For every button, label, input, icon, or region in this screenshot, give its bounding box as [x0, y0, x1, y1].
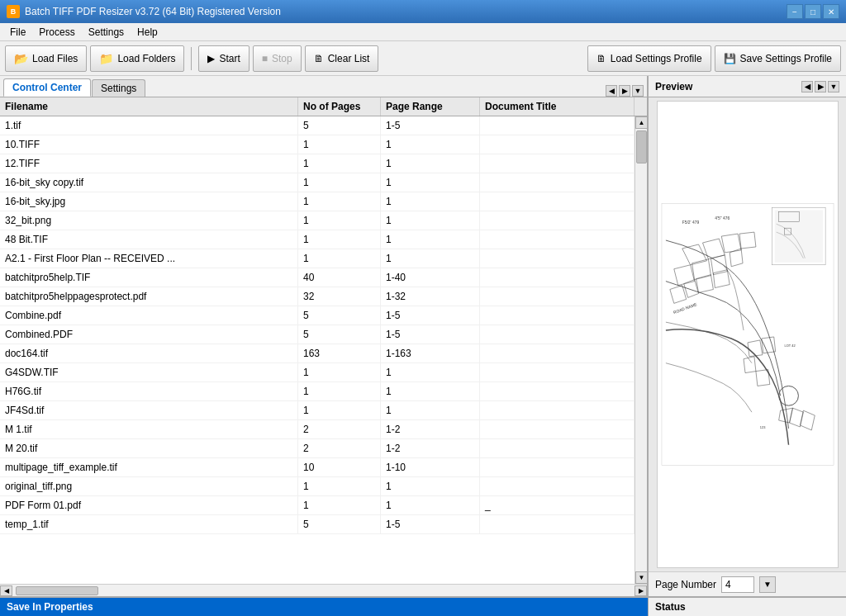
vertical-scrollbar[interactable]: ▲ ▼	[634, 116, 647, 584]
cell-filename: 10.TIFF	[0, 135, 298, 154]
preview-nav-left[interactable]: ◀	[801, 81, 813, 92]
hscroll-right-button[interactable]: ▶	[634, 585, 647, 596]
table-row[interactable]: 48 Bit.TIF 1 1	[0, 230, 634, 249]
cell-range: 1-2	[381, 420, 480, 438]
table-row[interactable]: 16-bit_sky copy.tif 1 1	[0, 173, 634, 192]
table-row[interactable]: 12.TIFF 1 1	[0, 154, 634, 173]
main-area: Control Center Settings ◀ ▶ ▼ Filename N…	[0, 76, 846, 596]
tab-nav-left[interactable]: ◀	[606, 85, 617, 97]
cell-title	[480, 211, 634, 230]
page-number-label: Page Number	[655, 579, 716, 590]
clear-list-button[interactable]: 🗎 Clear List	[305, 45, 379, 72]
table-row[interactable]: Combine.pdf 5 1-5	[0, 306, 634, 325]
load-files-button[interactable]: 📂 Load Files	[5, 45, 87, 72]
tab-strip: Control Center Settings ◀ ▶ ▼	[0, 76, 647, 97]
cell-title: _	[480, 496, 634, 514]
scroll-up-button[interactable]: ▲	[635, 116, 647, 129]
cell-pages: 1	[298, 230, 381, 249]
cell-filename: 16-bit_sky copy.tif	[0, 173, 298, 192]
table-row[interactable]: M 1.tif 2 1-2	[0, 420, 634, 439]
cell-filename: batchitpro5help.TIF	[0, 268, 298, 287]
table-row[interactable]: H76G.tif 1 1	[0, 382, 634, 401]
folder-icon: 📁	[99, 52, 113, 65]
table-row[interactable]: M 20.tif 2 1-2	[0, 439, 634, 458]
page-dropdown-button[interactable]: ▼	[759, 576, 776, 593]
close-button[interactable]: ✕	[823, 4, 839, 19]
horizontal-scrollbar[interactable]: ◀ ▶	[0, 584, 647, 596]
cell-pages: 1	[298, 249, 381, 268]
cell-pages: 1	[298, 192, 381, 211]
cell-filename: batchitpro5helppagesprotect.pdf	[0, 287, 298, 306]
cell-pages: 1	[298, 135, 381, 154]
table-row[interactable]: doc164.tif 163 1-163	[0, 344, 634, 363]
cell-title	[480, 135, 634, 154]
file-list-header: Filename No of Pages Page Range Document…	[0, 97, 647, 116]
cell-range: 1	[381, 401, 480, 419]
save-properties-panel: Save In Properties Image Format Extract …	[0, 598, 648, 616]
table-row[interactable]: A2.1 - First Floor Plan -- RECEIVED ... …	[0, 249, 634, 268]
header-scroll-space	[634, 97, 647, 116]
cell-range: 1-5	[381, 306, 480, 325]
cell-title	[480, 173, 634, 192]
cell-range: 1-32	[381, 287, 480, 306]
header-filename: Filename	[0, 97, 298, 116]
tab-control-center[interactable]: Control Center	[3, 78, 91, 97]
left-panel: Control Center Settings ◀ ▶ ▼ Filename N…	[0, 76, 648, 596]
table-row[interactable]: 1.tif 5 1-5	[0, 116, 634, 135]
scroll-thumb[interactable]	[636, 130, 647, 163]
cell-filename: H76G.tif	[0, 382, 298, 400]
file-list[interactable]: 1.tif 5 1-5 10.TIFF 1 1 12.TIFF 1 1 16-b…	[0, 116, 634, 584]
cell-title	[480, 192, 634, 211]
play-icon: ▶	[207, 53, 215, 64]
menu-help[interactable]: Help	[131, 25, 164, 40]
cell-range: 1-5	[381, 515, 480, 533]
toolbar: 📂 Load Files 📁 Load Folders ▶ Start ■ St…	[0, 41, 846, 76]
table-row[interactable]: Combined.PDF 5 1-5	[0, 325, 634, 344]
cell-pages: 1	[298, 363, 381, 381]
preview-image-area: F5/2' 479 4'5" 476 ROAD NAME LOT 42 123	[649, 97, 846, 571]
separator-1	[191, 47, 192, 70]
cell-range: 1	[381, 230, 480, 249]
cell-range: 1	[381, 249, 480, 268]
window-controls: − □ ✕	[787, 4, 839, 19]
cell-filename: 12.TIFF	[0, 154, 298, 173]
load-settings-button[interactable]: 🗎 Load Settings Profile	[587, 45, 711, 72]
hscroll-left-button[interactable]: ◀	[0, 585, 12, 596]
menu-file[interactable]: File	[3, 25, 32, 40]
cell-filename: M 20.tif	[0, 439, 298, 457]
tab-nav-down[interactable]: ▼	[632, 85, 644, 97]
table-row[interactable]: temp_1.tif 5 1-5	[0, 515, 634, 534]
tab-settings[interactable]: Settings	[92, 79, 145, 97]
scroll-down-button[interactable]: ▼	[635, 571, 647, 584]
table-row[interactable]: 10.TIFF 1 1	[0, 135, 634, 154]
table-row[interactable]: multipage_tiff_example.tif 10 1-10	[0, 458, 634, 477]
table-row[interactable]: 32_bit.png 1 1	[0, 211, 634, 230]
minimize-button[interactable]: −	[787, 4, 803, 19]
table-row[interactable]: 16-bit_sky.jpg 1 1	[0, 192, 634, 211]
menu-settings[interactable]: Settings	[82, 25, 131, 40]
header-title: Document Title	[480, 97, 634, 116]
svg-text:4'5" 476: 4'5" 476	[715, 216, 730, 220]
cell-filename: doc164.tif	[0, 344, 298, 362]
preview-nav-down[interactable]: ▼	[828, 81, 839, 92]
table-row[interactable]: JF4Sd.tif 1 1	[0, 401, 634, 420]
cell-filename: Combine.pdf	[0, 306, 298, 325]
preview-nav-right[interactable]: ▶	[815, 81, 826, 92]
start-button[interactable]: ▶ Start	[198, 45, 249, 72]
table-row[interactable]: batchitpro5helppagesprotect.pdf 32 1-32	[0, 287, 634, 306]
cell-range: 1-2	[381, 439, 480, 457]
maximize-button[interactable]: □	[805, 4, 821, 19]
cell-filename: Combined.PDF	[0, 325, 298, 344]
hscroll-thumb[interactable]	[16, 586, 98, 595]
menu-process[interactable]: Process	[32, 25, 81, 40]
table-row[interactable]: original_tiff.png 1 1	[0, 477, 634, 496]
load-folders-button[interactable]: 📁 Load Folders	[90, 45, 184, 72]
tab-nav-right[interactable]: ▶	[619, 85, 630, 97]
table-row[interactable]: PDF Form 01.pdf 1 1 _	[0, 496, 634, 515]
stop-button[interactable]: ■ Stop	[253, 45, 302, 72]
table-row[interactable]: batchitpro5help.TIF 40 1-40	[0, 268, 634, 287]
save-settings-button[interactable]: 💾 Save Settings Profile	[715, 45, 841, 72]
cell-pages: 1	[298, 477, 381, 495]
page-number-input[interactable]	[721, 576, 754, 593]
table-row[interactable]: G4SDW.TIF 1 1	[0, 363, 634, 382]
